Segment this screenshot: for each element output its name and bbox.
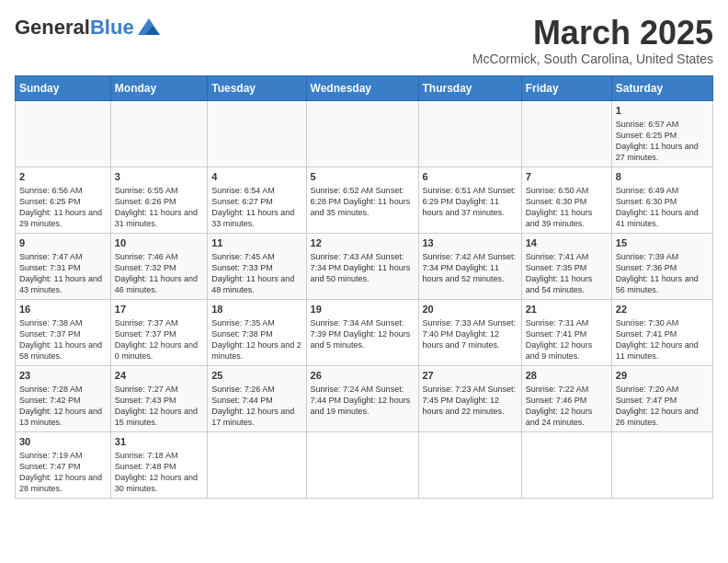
day-number: 16 [19,303,107,316]
calendar-cell: 13Sunrise: 7:42 AM Sunset: 7:34 PM Dayli… [418,233,521,299]
calendar-cell: 20Sunrise: 7:33 AM Sunset: 7:40 PM Dayli… [418,299,521,365]
day-number: 13 [423,236,518,250]
day-info: Sunrise: 7:45 AM Sunset: 7:33 PM Dayligh… [211,251,301,296]
day-info: Sunrise: 7:42 AM Sunset: 7:34 PM Dayligh… [423,251,518,284]
day-number: 1 [616,104,709,118]
day-number: 27 [423,369,518,383]
day-info: Sunrise: 7:41 AM Sunset: 7:35 PM Dayligh… [526,251,608,296]
day-number: 8 [616,170,709,184]
day-number: 2 [19,170,107,184]
day-info: Sunrise: 6:54 AM Sunset: 6:27 PM Dayligh… [211,185,301,230]
calendar-cell: 28Sunrise: 7:22 AM Sunset: 7:46 PM Dayli… [521,365,611,431]
weekday-wednesday: Wednesday [306,75,418,100]
calendar-table: SundayMondayTuesdayWednesdayThursdayFrid… [15,75,713,499]
calendar-week-4: 23Sunrise: 7:28 AM Sunset: 7:42 PM Dayli… [16,365,713,431]
day-info: Sunrise: 7:35 AM Sunset: 7:38 PM Dayligh… [211,317,301,362]
day-number: 15 [616,236,709,250]
day-info: Sunrise: 7:27 AM Sunset: 7:43 PM Dayligh… [115,384,203,429]
logo: GeneralBlue [15,15,162,40]
day-number: 19 [311,303,415,316]
logo-blue: Blue [90,16,134,39]
calendar-week-5: 30Sunrise: 7:19 AM Sunset: 7:47 PM Dayli… [16,431,713,498]
calendar-cell: 21Sunrise: 7:31 AM Sunset: 7:41 PM Dayli… [521,299,611,365]
day-number: 17 [115,303,203,316]
day-number: 11 [211,236,301,250]
title-section: March 2025 McCormick, South Carolina, Un… [472,15,713,66]
calendar-week-1: 2Sunrise: 6:56 AM Sunset: 6:25 PM Daylig… [16,167,713,233]
header: GeneralBlue March 2025 McCormick, South … [15,15,713,66]
calendar-cell: 24Sunrise: 7:27 AM Sunset: 7:43 PM Dayli… [110,365,207,431]
day-info: Sunrise: 6:57 AM Sunset: 6:25 PM Dayligh… [616,119,709,164]
day-number: 30 [19,435,107,449]
calendar-cell [418,431,521,498]
calendar-cell: 31Sunrise: 7:18 AM Sunset: 7:48 PM Dayli… [110,431,207,498]
logo-icon [136,15,162,40]
logo-general: General [15,16,90,39]
day-info: Sunrise: 7:19 AM Sunset: 7:47 PM Dayligh… [19,450,107,495]
calendar-body: 1Sunrise: 6:57 AM Sunset: 6:25 PM Daylig… [16,100,713,498]
weekday-tuesday: Tuesday [208,75,306,100]
day-info: Sunrise: 7:46 AM Sunset: 7:32 PM Dayligh… [115,251,203,296]
calendar-cell [306,431,418,498]
day-number: 31 [115,435,203,449]
day-number: 3 [115,170,203,184]
calendar-cell [16,100,111,167]
day-info: Sunrise: 7:18 AM Sunset: 7:48 PM Dayligh… [115,450,203,495]
calendar-cell: 5Sunrise: 6:52 AM Sunset: 6:28 PM Daylig… [306,167,418,233]
day-info: Sunrise: 7:22 AM Sunset: 7:46 PM Dayligh… [526,384,608,429]
calendar-cell [110,100,207,167]
calendar-cell: 11Sunrise: 7:45 AM Sunset: 7:33 PM Dayli… [208,233,306,299]
calendar-cell: 6Sunrise: 6:51 AM Sunset: 6:29 PM Daylig… [418,167,521,233]
day-number: 6 [423,170,518,184]
day-info: Sunrise: 7:47 AM Sunset: 7:31 PM Dayligh… [19,251,107,296]
calendar-cell: 12Sunrise: 7:43 AM Sunset: 7:34 PM Dayli… [306,233,418,299]
weekday-thursday: Thursday [418,75,521,100]
calendar-cell: 3Sunrise: 6:55 AM Sunset: 6:26 PM Daylig… [110,167,207,233]
calendar-cell: 9Sunrise: 7:47 AM Sunset: 7:31 PM Daylig… [16,233,111,299]
calendar-cell [208,100,306,167]
weekday-saturday: Saturday [611,75,712,100]
day-info: Sunrise: 6:52 AM Sunset: 6:28 PM Dayligh… [311,185,415,218]
day-info: Sunrise: 7:34 AM Sunset: 7:39 PM Dayligh… [311,317,415,350]
day-number: 9 [19,236,107,250]
calendar-cell [521,100,611,167]
day-number: 26 [311,369,415,383]
day-number: 20 [423,303,518,316]
day-info: Sunrise: 6:55 AM Sunset: 6:26 PM Dayligh… [115,185,203,230]
day-number: 29 [616,369,709,383]
day-number: 7 [526,170,608,184]
day-info: Sunrise: 7:43 AM Sunset: 7:34 PM Dayligh… [311,251,415,284]
calendar-cell: 16Sunrise: 7:38 AM Sunset: 7:37 PM Dayli… [16,299,111,365]
calendar-cell: 4Sunrise: 6:54 AM Sunset: 6:27 PM Daylig… [208,167,306,233]
day-number: 12 [311,236,415,250]
weekday-friday: Friday [521,75,611,100]
main-title: March 2025 [472,15,713,52]
day-info: Sunrise: 7:30 AM Sunset: 7:41 PM Dayligh… [616,317,709,362]
day-info: Sunrise: 7:28 AM Sunset: 7:42 PM Dayligh… [19,384,107,429]
day-number: 21 [526,303,608,316]
calendar-cell [611,431,712,498]
calendar-cell: 14Sunrise: 7:41 AM Sunset: 7:35 PM Dayli… [521,233,611,299]
calendar-cell: 23Sunrise: 7:28 AM Sunset: 7:42 PM Dayli… [16,365,111,431]
calendar-cell: 19Sunrise: 7:34 AM Sunset: 7:39 PM Dayli… [306,299,418,365]
day-info: Sunrise: 7:33 AM Sunset: 7:40 PM Dayligh… [423,317,518,350]
day-info: Sunrise: 6:49 AM Sunset: 6:30 PM Dayligh… [616,185,709,230]
calendar-cell: 29Sunrise: 7:20 AM Sunset: 7:47 PM Dayli… [611,365,712,431]
day-info: Sunrise: 7:23 AM Sunset: 7:45 PM Dayligh… [423,384,518,417]
calendar-cell: 18Sunrise: 7:35 AM Sunset: 7:38 PM Dayli… [208,299,306,365]
day-info: Sunrise: 7:38 AM Sunset: 7:37 PM Dayligh… [19,317,107,362]
day-info: Sunrise: 6:51 AM Sunset: 6:29 PM Dayligh… [423,185,518,218]
calendar-cell: 27Sunrise: 7:23 AM Sunset: 7:45 PM Dayli… [418,365,521,431]
day-info: Sunrise: 6:56 AM Sunset: 6:25 PM Dayligh… [19,185,107,230]
day-number: 23 [19,369,107,383]
day-info: Sunrise: 7:39 AM Sunset: 7:36 PM Dayligh… [616,251,709,296]
day-number: 18 [211,303,301,316]
calendar-cell [208,431,306,498]
day-info: Sunrise: 7:24 AM Sunset: 7:44 PM Dayligh… [311,384,415,417]
calendar-cell: 1Sunrise: 6:57 AM Sunset: 6:25 PM Daylig… [611,100,712,167]
calendar-cell [418,100,521,167]
calendar-week-0: 1Sunrise: 6:57 AM Sunset: 6:25 PM Daylig… [16,100,713,167]
subtitle: McCormick, South Carolina, United States [472,52,713,66]
day-info: Sunrise: 7:26 AM Sunset: 7:44 PM Dayligh… [211,384,301,429]
calendar-cell: 15Sunrise: 7:39 AM Sunset: 7:36 PM Dayli… [611,233,712,299]
